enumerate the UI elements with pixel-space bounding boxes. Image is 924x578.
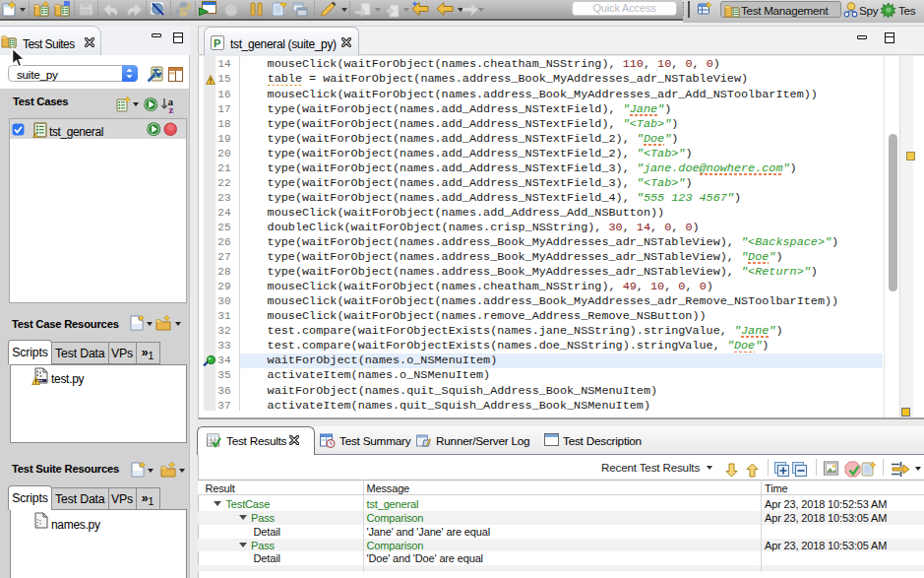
svg-text:!: ! bbox=[34, 133, 35, 138]
svg-text:P: P bbox=[214, 36, 220, 48]
svg-text:z: z bbox=[169, 103, 174, 114]
